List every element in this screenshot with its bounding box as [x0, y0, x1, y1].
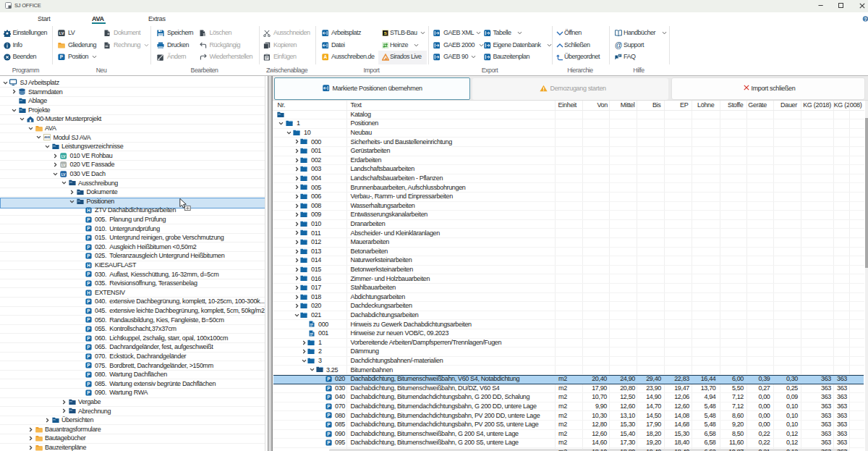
svg-text:P: P [327, 431, 331, 436]
svg-text:H: H [87, 290, 90, 295]
svg-text:P: P [327, 440, 331, 445]
svg-text:P: P [87, 216, 90, 222]
svg-text:P: P [327, 422, 331, 427]
svg-text:S: S [384, 30, 387, 35]
svg-text:P: P [87, 299, 90, 304]
svg-text:P: P [87, 363, 90, 368]
svg-text:P: P [87, 271, 90, 277]
svg-text:P: P [327, 413, 331, 418]
svg-text:LV: LV [61, 172, 67, 176]
svg-text:P: P [87, 281, 90, 286]
svg-text:H: H [87, 208, 90, 213]
svg-text:P: P [87, 308, 90, 313]
svg-text:P: P [60, 54, 64, 59]
svg-text:?: ? [864, 17, 867, 22]
svg-text:P: P [87, 244, 90, 249]
svg-text:P: P [87, 253, 90, 258]
svg-text:ava: ava [44, 136, 50, 140]
svg-text:P: P [87, 372, 90, 377]
svg-text:H: H [87, 262, 90, 267]
svg-text:A: A [323, 54, 327, 59]
svg-text:P: P [327, 395, 331, 400]
svg-text:P: P [87, 381, 90, 386]
svg-text:@: @ [615, 41, 622, 49]
svg-text:P: P [327, 404, 331, 409]
svg-text:P: P [327, 376, 331, 382]
svg-text:P: P [87, 226, 90, 231]
svg-text:LV: LV [59, 31, 64, 35]
svg-text:P: P [87, 235, 90, 240]
svg-text:P: P [87, 390, 90, 395]
svg-text:LV: LV [61, 163, 67, 167]
svg-text:P: P [327, 385, 331, 390]
svg-text:LV: LV [61, 153, 67, 158]
svg-text:P: P [87, 353, 90, 358]
svg-text:P: P [87, 326, 90, 332]
svg-text:P: P [87, 345, 90, 350]
svg-text:P: P [87, 335, 90, 340]
svg-text:P: P [87, 317, 90, 322]
